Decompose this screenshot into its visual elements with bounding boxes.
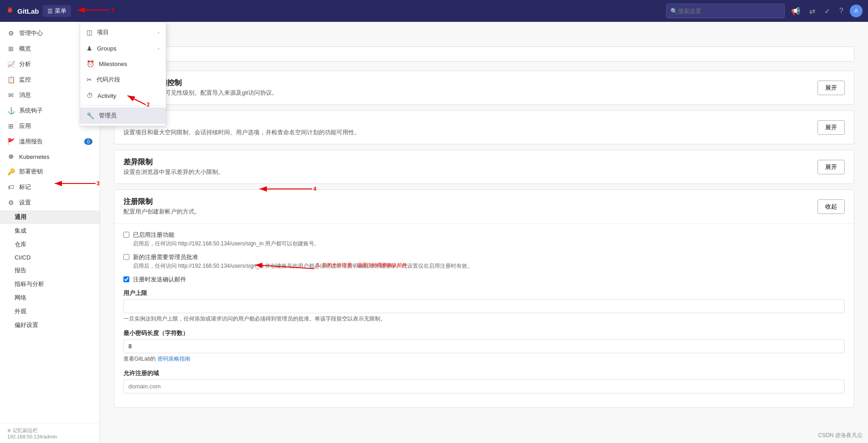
issues-icon[interactable]: ✓ <box>824 7 830 15</box>
flyout-item-snippets[interactable]: ✂ 代码片段 <box>80 71 166 88</box>
apps-icon: ⊞ <box>7 122 15 130</box>
allowed-domains-label: 允许注册的域 <box>123 369 845 377</box>
sidebar-subitem-general[interactable]: 通用 <box>0 210 100 224</box>
sidebar-subitem-repository[interactable]: 仓库 <box>0 238 100 251</box>
flyout-item-projects[interactable]: ◫ 项目 › <box>80 24 166 41</box>
sidebar-subitem-preferences[interactable]: 偏好设置 <box>0 318 100 332</box>
help-icon[interactable]: ? <box>839 7 843 15</box>
menu-button[interactable]: ☰ 菜单 <box>43 5 71 17</box>
footer-ip: 192.168.50.134/admin <box>7 434 92 439</box>
sidebar-item-labels[interactable]: 🏷 标记 <box>0 179 100 195</box>
kubernetes-icon: ☸ <box>7 153 15 160</box>
min-password-group: 最小密码长度（字符数） 查看GitLab的 密码策略指南 <box>123 329 845 363</box>
signup-section-desc: 配置用户创建新帐户的方式。 <box>123 208 200 216</box>
signup-section-info: 注册限制 配置用户创建新帐户的方式。 <box>123 197 200 216</box>
analytics-icon: 📈 <box>7 61 15 68</box>
sidebar-subitem-appearance[interactable]: 外观 <box>0 305 100 318</box>
flyout-item-admin[interactable]: 🔧 管理员 <box>80 107 166 124</box>
sidebar-item-settings[interactable]: ⚙ 设置 <box>0 195 100 210</box>
min-password-input[interactable] <box>123 339 845 353</box>
confirm-email-label[interactable]: 注册时发送确认邮件 <box>133 276 186 283</box>
brand-logo: GitLab <box>5 6 39 15</box>
sidebar-subitem-integrations[interactable]: 集成 <box>0 224 100 238</box>
sidebar-subitem-metrics[interactable]: 指标与分析 <box>0 277 100 291</box>
user-limit-input[interactable] <box>123 299 845 313</box>
user-limit-help: 一旦实例达到用户上限，任何添加或请求访问的用户都必须得到管理员的批准。将该字段留… <box>123 315 845 323</box>
confirm-email-checkbox[interactable] <box>123 276 129 282</box>
footer-text: ⊕ 记忆副边栏 <box>7 427 92 434</box>
page-layout: ⚙ 管理中心 ⊞ 概览 📈 分析 📋 监控 ✉ 消息 ⚓ 系统钩子 ⊞ 应用 🚩 <box>0 22 868 443</box>
sidebar-footer: ⊕ 记忆副边栏 192.168.50.134/admin <box>0 423 100 443</box>
allowed-domains-group: 允许注册的域 <box>123 369 845 393</box>
diff-section-desc: 设置在浏览器中显示差异的大小限制。 <box>123 168 224 176</box>
signup-collapse-btn[interactable]: 收起 <box>817 199 845 214</box>
settings-search-input[interactable] <box>114 46 854 61</box>
signup-enabled-label[interactable]: 已启用注册功能 <box>133 231 174 238</box>
signup-section-body: 已启用注册功能 启用后，任何访问 http://192.168.50.134/u… <box>114 223 854 407</box>
deploy-keys-icon: 🔑 <box>7 168 15 175</box>
breadcrumb: 管理中心 › 通用 <box>114 31 854 39</box>
projects-chevron: › <box>158 30 159 35</box>
gitlab-logo-icon <box>5 6 15 15</box>
signup-section-header[interactable]: 注册限制 配置用户创建新帐户的方式。 收起 <box>114 190 854 223</box>
admin-approval-label[interactable]: 新的注册需要管理员批准 <box>133 254 198 260</box>
diff-section-header[interactable]: 差异限制 设置在浏览器中显示差异的大小限制。 展开 <box>114 150 854 183</box>
account-expand-btn[interactable]: 展开 <box>817 120 845 135</box>
account-section-desc: 设置项目和最大空间限制、会话持续时间、用户选项，并检查命名空间计划的功能可用性。 <box>123 128 360 137</box>
user-limit-label: 用户上限 <box>123 289 845 297</box>
merge-requests-icon[interactable]: ⇄ <box>809 7 815 15</box>
signup-section: 注册限制 配置用户创建新帐户的方式。 收起 已启用注册功能 启用后，任何访问 h… <box>114 189 854 407</box>
search-input[interactable] <box>678 8 781 15</box>
sidebar-subitem-reports[interactable]: 报告 <box>0 264 100 277</box>
account-section-header[interactable]: 帐户和限制 设置项目和最大空间限制、会话持续时间、用户选项，并检查命名空间计划的… <box>114 111 854 144</box>
admin-approval-checkbox[interactable] <box>123 254 129 260</box>
signup-enabled-checkbox[interactable] <box>123 232 129 238</box>
menu-icon: ☰ <box>47 8 53 15</box>
milestones-flyout-icon: ⏰ <box>87 60 94 67</box>
labels-icon: 🏷 <box>7 183 15 191</box>
topnav: GitLab ☰ 菜单 🔍 📢 ⇄ ✓ ? A <box>0 0 868 22</box>
password-policy-link[interactable]: 密码策略指南 <box>158 356 190 362</box>
diff-section-info: 差异限制 设置在浏览器中显示差异的大小限制。 <box>123 158 224 176</box>
visibility-section: 可见性与访问控制 设置缺省及受限可见性级别。配置导入来源及git访问协议。 展开 <box>114 71 854 105</box>
diff-expand-btn[interactable]: 展开 <box>817 160 845 174</box>
diff-section: 差异限制 设置在浏览器中显示差异的大小限制。 展开 <box>114 150 854 184</box>
visibility-section-header[interactable]: 可见性与访问控制 设置缺省及受限可见性级别。配置导入来源及git访问协议。 展开 <box>114 71 854 104</box>
admin-approval-check: 新的注册需要管理员批准 启用后，任何访问 http://192.168.50.1… <box>123 253 845 270</box>
sidebar-item-kubernetes[interactable]: ☸ Kubernetes <box>0 149 100 164</box>
abuse-icon: 🚩 <box>7 138 15 145</box>
watermark: CSDN @洛夜凡尘 <box>818 432 863 439</box>
visibility-expand-btn[interactable]: 展开 <box>817 81 845 95</box>
sidebar-item-abuse[interactable]: 🚩 滥用报告 0 <box>0 134 100 149</box>
account-section: 帐户和限制 设置项目和最大空间限制、会话持续时间、用户选项，并检查命名空间计划的… <box>114 110 854 144</box>
diff-section-title: 差异限制 <box>123 158 224 167</box>
sidebar-subitem-cicd[interactable]: CI/CD <box>0 251 100 264</box>
signup-section-title: 注册限制 <box>123 197 200 207</box>
user-limit-group: 用户上限 一旦实例达到用户上限，任何添加或请求访问的用户都必须得到管理员的批准。… <box>123 289 845 323</box>
admin-flyout-icon: 🔧 <box>87 112 94 119</box>
sidebar-subitem-network[interactable]: 网络 <box>0 291 100 305</box>
messages-icon: ✉ <box>7 92 15 99</box>
flyout-item-milestones[interactable]: ⏰ Milestones <box>80 56 166 71</box>
flyout-item-groups[interactable]: ♟ Groups › <box>80 41 166 56</box>
broadcast-icon[interactable]: 📢 <box>791 7 800 15</box>
monitor-icon: 📋 <box>7 76 15 83</box>
snippets-flyout-icon: ✂ <box>87 76 92 83</box>
flyout-item-activity[interactable]: ⏱ Activity <box>80 88 166 103</box>
groups-flyout-icon: ♟ <box>87 45 92 52</box>
settings-search-wrapper: 🔍 <box>114 46 854 61</box>
main-content: 管理中心 › 通用 🔍 可见性与访问控制 设置缺省及受限可见性级别。配置导入来源… <box>100 22 868 443</box>
hooks-icon: ⚓ <box>7 107 15 114</box>
abuse-badge: 0 <box>84 138 92 145</box>
allowed-domains-input[interactable] <box>123 379 845 393</box>
activity-flyout-icon: ⏱ <box>87 92 93 99</box>
flyout-menu: ◫ 项目 › ♟ Groups › ⏰ Milestones ✂ 代码片段 ⏱ … <box>80 22 166 126</box>
user-avatar[interactable]: A <box>850 5 863 17</box>
search-icon: 🔍 <box>670 8 678 15</box>
global-search[interactable]: 🔍 <box>666 4 785 18</box>
admin-icon: ⚙ <box>7 30 15 37</box>
flyout-divider <box>80 105 166 106</box>
min-password-help: 查看GitLab的 密码策略指南 <box>123 355 845 363</box>
projects-flyout-icon: ◫ <box>87 29 92 36</box>
sidebar-item-deploy-keys[interactable]: 🔑 部署密钥 <box>0 164 100 179</box>
